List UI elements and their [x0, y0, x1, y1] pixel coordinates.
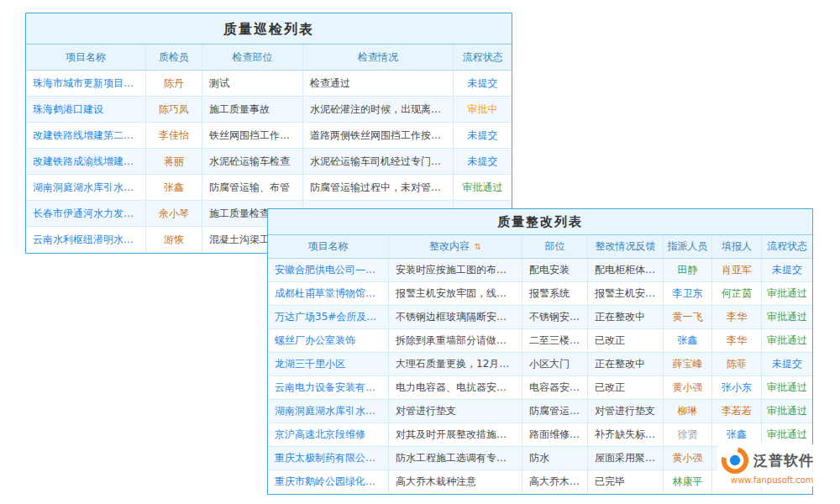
rectify-col-assignee[interactable]: 指派人员 [664, 235, 712, 258]
workflow-status-cell: 审批中 [454, 97, 512, 122]
assignee-cell[interactable]: 张鑫 [664, 329, 712, 352]
logo-url[interactable]: www.fanpusoft.com [731, 475, 825, 485]
patrol-table-title: 质量巡检列表 [26, 13, 512, 45]
project-name-cell[interactable]: 云南电力设备安装有限公司20... [268, 376, 389, 399]
rectify-content-cell: 对其及时开展整改措施，桥头... [389, 423, 522, 446]
patrol-table-row[interactable]: 珠海鹤港口建设 陈巧凤 施工质量事故 水泥砼灌注的时候，出现离析现象 审批中 [26, 97, 512, 123]
patrol-table-row[interactable]: 珠海市城市更新项目紫... 陈丹 测试 检查通过 未提交 [26, 71, 512, 97]
fanpu-logo-top: 泛普软件 [721, 446, 825, 475]
reporter-cell[interactable]: 李若若 [712, 400, 762, 423]
project-name-cell[interactable]: 改建铁路线增建第二线... [26, 123, 146, 148]
reporter-cell[interactable]: 张鑫 [712, 423, 762, 446]
project-name-cell[interactable]: 万达广场35#会所及咖啡厅空... [268, 306, 389, 328]
feedback-cell: 正在整改中 [588, 306, 664, 328]
patrol-col-inspector[interactable]: 质检员 [146, 45, 202, 70]
feedback-cell: 配电柜柜体与... [588, 259, 664, 281]
rectify-content-cell: 不锈钢边框玻璃隔断安装不牢... [389, 306, 522, 328]
project-name-cell[interactable]: 重庆太极制药有限公司亳州中... [268, 447, 389, 470]
project-name-cell[interactable]: 湖南洞庭湖水库引水工程施工... [268, 400, 389, 423]
inspector-cell[interactable]: 张鑫 [146, 175, 202, 200]
project-name-cell[interactable]: 珠海市城市更新项目紫... [26, 71, 146, 96]
patrol-col-status[interactable]: 流程状态 [454, 45, 512, 70]
inspection-part-cell: 水泥砼运输车检查 [202, 149, 303, 174]
rectify-col-content[interactable]: 整改内容 ⇅ [389, 235, 522, 258]
reporter-cell[interactable]: 肖亚军 [712, 259, 762, 281]
inspection-part-cell: 防腐管运输、布管 [202, 175, 303, 200]
project-name-cell[interactable]: 成都杜甫草堂博物馆展厅独立... [268, 282, 389, 305]
feedback-cell: 报警主机安放... [588, 282, 664, 305]
part-cell: 配电安装 [522, 259, 588, 281]
project-name-cell[interactable]: 湖南洞庭湖水库引水工... [26, 175, 146, 200]
feedback-cell: 对管进行垫支 [588, 400, 664, 423]
project-name-cell[interactable]: 长春市伊通河水力发电... [26, 201, 146, 226]
assignee-cell[interactable]: 李卫东 [664, 282, 712, 305]
inspector-cell[interactable]: 陈巧凤 [146, 97, 202, 122]
assignee-cell[interactable]: 田静 [664, 259, 712, 281]
reporter-cell[interactable]: 李华 [712, 329, 762, 352]
patrol-table-row[interactable]: 改建铁路成渝线增建第... 蒋丽 水泥砼运输车检查 水泥砼运输车司机经过专门培训… [26, 149, 512, 175]
project-name-cell[interactable]: 珠海鹤港口建设 [26, 97, 146, 122]
part-cell: 电容器安装... [522, 376, 588, 399]
patrol-table-row[interactable]: 改建铁路线增建第二线... 李佳怡 铁丝网围挡工作检查 道路两侧铁丝网围挡工作按… [26, 123, 512, 149]
inspector-cell[interactable]: 李佳怡 [146, 123, 202, 148]
rectify-content-cell: 安装时应按施工图的布置，将... [389, 259, 522, 281]
project-name-cell[interactable]: 云南水利枢纽潜明水库... [26, 227, 146, 253]
fanpu-logo[interactable]: 泛普软件 www.fanpusoft.com [717, 444, 828, 486]
assignee-cell[interactable]: 黄一飞 [664, 306, 712, 328]
assignee-cell[interactable]: 林康平 [664, 470, 712, 494]
rectify-col-reporter[interactable]: 填报人 [712, 235, 762, 258]
rectify-content-cell: 电力电容器、电抗器安装方案... [389, 376, 522, 399]
rectify-table-row[interactable]: 万达广场35#会所及咖啡厅空... 不锈钢边框玻璃隔断安装不牢... 不锈钢安装… [268, 306, 812, 329]
inspector-cell[interactable]: 余小琴 [146, 201, 202, 226]
project-name-cell[interactable]: 安徽合肥供电公司—配电设备... [268, 259, 389, 281]
assignee-cell[interactable]: 徐贤 [664, 423, 712, 446]
rectify-col-part[interactable]: 部位 [522, 235, 588, 258]
assignee-cell[interactable]: 黄小强 [664, 447, 712, 470]
rectify-col-feedback[interactable]: 整改情况反馈 [588, 235, 664, 258]
workflow-status-cell: 未提交 [454, 123, 512, 148]
rectify-table-row[interactable]: 螺丝厂办公室装饰 拆除到承重墙部分请做好加固... 二至三楼混... 已改正 张… [268, 329, 812, 353]
workflow-status-cell: 审批通过 [762, 329, 812, 352]
workflow-status-cell: 未提交 [762, 353, 812, 375]
rectify-content-cell: 报警主机安放牢固，线缆连接... [389, 282, 522, 305]
inspection-part-cell: 测试 [202, 71, 303, 96]
project-name-cell[interactable]: 京沪高速北京段维修 [268, 423, 389, 446]
rectify-table-row[interactable]: 安徽合肥供电公司—配电设备... 安装时应按施工图的布置，将... 配电安装 配… [268, 259, 812, 282]
rectify-table-row[interactable]: 成都杜甫草堂博物馆展厅独立... 报警主机安放牢固，线缆连接... 报警系统 报… [268, 282, 812, 306]
feedback-cell: 已改正 [588, 329, 664, 352]
inspector-cell[interactable]: 陈丹 [146, 71, 202, 96]
patrol-table-row[interactable]: 湖南洞庭湖水库引水工... 张鑫 防腐管运输、布管 防腐管运输过程中，未对管进行… [26, 175, 512, 201]
rectify-content-cell: 防水工程施工选调有专业资质... [389, 447, 522, 470]
workflow-status-cell: 审批通过 [762, 282, 812, 305]
project-name-cell[interactable]: 龙湖三千里小区 [268, 353, 389, 375]
reporter-cell[interactable]: 陈菲 [712, 353, 762, 375]
reporter-cell[interactable]: 何芷茵 [712, 282, 762, 305]
patrol-col-situation[interactable]: 检查情况 [303, 45, 454, 70]
part-cell: 防水 [522, 447, 588, 470]
reporter-cell[interactable]: 李华 [712, 306, 762, 328]
patrol-col-part[interactable]: 检查部位 [202, 45, 303, 70]
project-name-cell[interactable]: 改建铁路成渝线增建第... [26, 149, 146, 174]
rectify-table-row[interactable]: 龙湖三千里小区 大理石质量更换，12月31日之... 小区大门 正在整改中 薛宝… [268, 353, 812, 376]
rectify-table-row[interactable]: 云南电力设备安装有限公司20... 电力电容器、电抗器安装方案... 电容器安装… [268, 376, 812, 400]
inspection-result-cell: 检查通过 [303, 71, 454, 96]
rectify-col-status[interactable]: 流程状态 [762, 235, 812, 258]
patrol-col-project[interactable]: 项目名称 [26, 45, 146, 70]
part-cell: 路面维修检... [522, 423, 588, 446]
workflow-status-cell: 审批通过 [762, 306, 812, 328]
patrol-table-header-row: 项目名称 质检员 检查部位 检查情况 流程状态 [26, 45, 512, 71]
project-name-cell[interactable]: 重庆市鹅岭公园绿化景观提升... [268, 470, 389, 494]
reporter-cell[interactable]: 张小东 [712, 376, 762, 399]
assignee-cell[interactable]: 柳琳 [664, 400, 712, 423]
rectify-col-project[interactable]: 项目名称 [268, 235, 389, 258]
fanpu-logo-icon [721, 446, 749, 475]
inspector-cell[interactable]: 蒋丽 [146, 149, 202, 174]
rectify-table-row[interactable]: 湖南洞庭湖水库引水工程施工... 对管进行垫支 防腐管运输... 对管进行垫支 … [268, 400, 812, 423]
inspector-cell[interactable]: 游恢 [146, 227, 202, 253]
project-name-cell[interactable]: 螺丝厂办公室装饰 [268, 329, 389, 352]
part-cell: 报警系统 [522, 282, 588, 305]
assignee-cell[interactable]: 黄小强 [664, 376, 712, 399]
sort-icon[interactable]: ⇅ [475, 242, 481, 251]
assignee-cell[interactable]: 薛宝峰 [664, 353, 712, 375]
rectify-table-row[interactable]: 京沪高速北京段维修 对其及时开展整改措施，桥头... 路面维修检... 补齐缺失… [268, 423, 812, 447]
